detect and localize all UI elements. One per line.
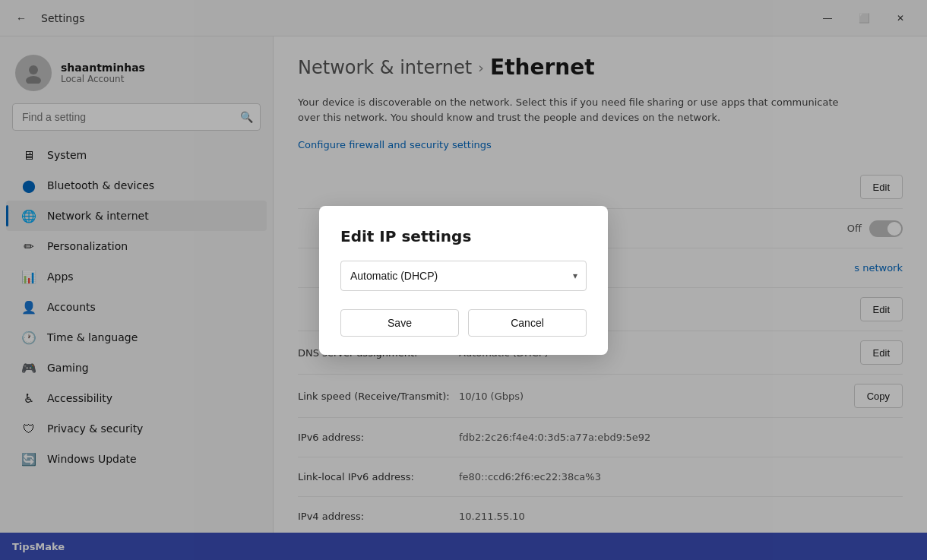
dialog-overlay[interactable]: Edit IP settings Automatic (DHCP) Manual… <box>0 0 927 560</box>
edit-ip-dialog: Edit IP settings Automatic (DHCP) Manual… <box>319 206 608 355</box>
dialog-cancel-button[interactable]: Cancel <box>468 309 587 337</box>
dialog-save-button[interactable]: Save <box>340 309 459 337</box>
ip-type-select[interactable]: Automatic (DHCP) Manual <box>340 261 587 291</box>
dialog-title: Edit IP settings <box>340 227 587 245</box>
dialog-actions: Save Cancel <box>340 309 587 337</box>
dialog-select-wrapper: Automatic (DHCP) Manual ▾ <box>340 261 587 291</box>
